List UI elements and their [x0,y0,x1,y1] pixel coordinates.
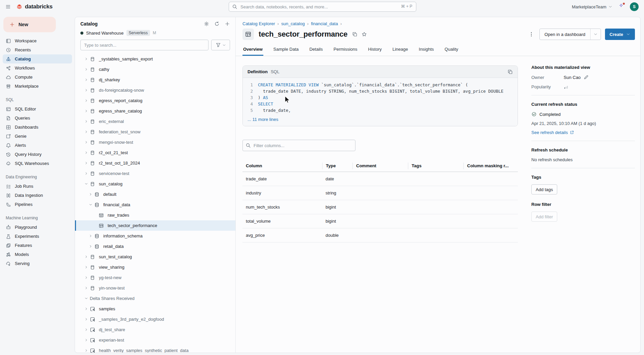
tree-item-financial-data[interactable]: financial_data [75,199,235,210]
chevron-right-icon[interactable] [82,265,90,269]
chevron-down-icon[interactable] [82,182,90,186]
sidebar-item-models[interactable]: Models [3,250,72,259]
favorite-star-icon[interactable] [362,32,367,37]
tree-item-samples[interactable]: samples [75,304,235,314]
sidebar-item-data-ingestion[interactable]: Data Ingestion [3,191,72,200]
tree-item-raw-trades[interactable]: raw_trades [75,210,235,220]
chevron-right-icon[interactable] [82,67,90,72]
copy-name-icon[interactable] [352,32,357,37]
tab-permissions[interactable]: Permissions [333,44,358,56]
workspace-switcher[interactable]: MarketplaceTeam [572,4,612,9]
tree-item-sun-catalog[interactable]: sun_catalog [75,179,235,189]
chevron-right-icon[interactable] [82,130,90,134]
sidebar-item-sql-editor[interactable]: SQL Editor [3,104,72,114]
sidebar-item-recents[interactable]: Recents [3,45,72,54]
sidebar-item-playground[interactable]: Playground [3,223,72,232]
catalog-search-input[interactable] [80,40,209,50]
more-lines-link[interactable]: ... 11 more lines [248,117,513,122]
assistant-button[interactable] [618,3,624,10]
tree-item-sun-test-catalog[interactable]: sun_test_catalog [75,252,235,262]
open-in-dashboard-label[interactable]: Open in a dashboard [540,29,590,40]
kebab-menu-icon[interactable] [527,32,535,37]
sidebar-item-queries[interactable]: Queries [3,114,72,123]
sidebar-item-job-runs[interactable]: Job Runs [3,182,72,191]
tree-item-experian-test[interactable]: experian-test [75,335,235,345]
sidebar-item-marketplace[interactable]: Marketplace [3,82,72,91]
filter-columns-input[interactable] [242,140,355,151]
tree-item-ds-foreigncatalog-snow[interactable]: ds-foreigncatalog-snow [75,85,235,95]
table-row-avg-price[interactable]: avg_pricedouble [242,228,518,242]
chevron-right-icon[interactable] [87,192,94,196]
chevron-down-icon[interactable] [87,203,94,207]
chevron-right-icon[interactable] [82,171,90,176]
sidebar-item-genie[interactable]: Genie [3,132,72,141]
new-button[interactable]: New [3,17,56,32]
tab-lineage[interactable]: Lineage [392,44,409,56]
add-tags-button[interactable]: Add tags [531,184,557,194]
sidebar-item-experiments[interactable]: Experiments [3,232,72,241]
chevron-right-icon[interactable] [82,307,90,311]
add-filter-button[interactable]: Add filter [531,212,557,222]
tab-overview[interactable]: Overview [242,44,263,56]
tree-item-health-verity-samples-synthetic-patient-data[interactable]: health_verity_samples_synthetic_patient_… [75,345,235,353]
tree-item-systables-samples-export[interactable]: _systables_samples_export [75,54,235,64]
table-row-trade-date[interactable]: trade_datedate [242,172,518,186]
breadcrumb-link-financial-data[interactable]: financial_data [311,21,338,26]
chevron-right-icon[interactable] [82,140,90,144]
tree-item-delta-shares-received[interactable]: Delta Shares Received [75,293,235,304]
tree-item-servicenow-test[interactable]: servicenow-test [75,168,235,179]
tree-item-information-schema[interactable]: information_schema [75,231,235,241]
chevron-right-icon[interactable] [82,327,90,332]
add-catalog-icon[interactable] [225,21,230,27]
create-button[interactable]: Create [605,29,635,40]
breadcrumb-link-sun-catalog[interactable]: sun_catalog [281,21,305,26]
chevron-right-icon[interactable] [87,234,94,238]
copy-sql-icon[interactable] [507,69,513,75]
sidebar-item-alerts[interactable]: Alerts [3,141,72,150]
chevron-right-icon[interactable] [82,88,90,92]
table-row-num-tech-stocks[interactable]: num_tech_stocksbigint [242,200,518,214]
chevron-right-icon[interactable] [82,98,90,103]
tab-history[interactable]: History [368,44,382,56]
tree-item-egress-report-catalog[interactable]: egress_report_catalog [75,95,235,106]
warehouse-selector[interactable]: Shared Warehouse Serverless M [75,30,235,36]
chevron-right-icon[interactable] [82,150,90,155]
sidebar-item-serving[interactable]: Serving [3,259,72,268]
sidebar-item-workflows[interactable]: Workflows [3,63,72,73]
tree-item-dj-test-share[interactable]: dj_test_share [75,324,235,335]
chevron-right-icon[interactable] [82,161,90,165]
edit-owner-icon[interactable] [583,75,589,80]
chevron-right-icon[interactable] [82,286,90,290]
tree-item-r2-oct-21-test[interactable]: r2_oct_21_test [75,147,235,158]
chevron-right-icon[interactable] [82,78,90,82]
chevron-right-icon[interactable] [87,244,94,249]
databricks-logo[interactable]: databricks [16,3,52,10]
chevron-right-icon[interactable] [82,348,90,353]
tree-item-mengxi-snow-test[interactable]: mengxi-snow-test [75,137,235,147]
chevron-right-icon[interactable] [82,275,90,280]
hamburger-menu-icon[interactable] [5,4,11,9]
user-avatar[interactable]: S [630,2,639,11]
chevron-right-icon[interactable] [82,109,90,113]
tree-item-retail-data[interactable]: retail_data [75,241,235,252]
tab-sample-data[interactable]: Sample Data [273,44,299,56]
refresh-details-link[interactable]: See refresh details [531,130,635,135]
breadcrumb-link-catalog-explorer[interactable]: Catalog Explorer [242,21,275,26]
sidebar-item-workspace[interactable]: Workspace [3,36,72,45]
tree-item-yin-snow-test[interactable]: yin-snow-test [75,283,235,293]
tree-item-eric-external[interactable]: eric_external [75,116,235,127]
tree-item-dj-sharkey[interactable]: dj_sharkey [75,75,235,85]
tree-item-r2-test-oct-18-2024[interactable]: r2_test_oct_18_2024 [75,158,235,168]
tab-details[interactable]: Details [309,44,324,56]
chevron-right-icon[interactable] [82,317,90,321]
sidebar-item-features[interactable]: Features [3,241,72,250]
chevron-right-icon[interactable] [82,338,90,342]
tab-quality[interactable]: Quality [444,44,459,56]
chevron-right-icon[interactable] [82,57,90,61]
tree-item-egress-share-catalog[interactable]: egress_share_catalog [75,106,235,116]
tree-item-default[interactable]: default [75,189,235,199]
tree-item-yg-test-new[interactable]: yg-test-new [75,272,235,283]
sidebar-item-dashboards[interactable]: Dashboards [3,123,72,132]
sidebar-item-pipelines[interactable]: Pipelines [3,200,72,209]
table-row-industry[interactable]: industrystring [242,186,518,200]
